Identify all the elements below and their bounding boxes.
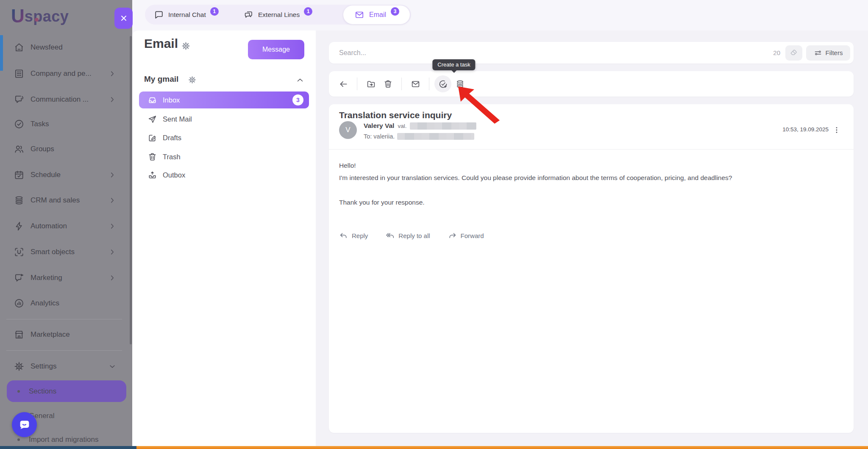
sidebar-item-communication[interactable]: Communication ... <box>0 89 132 110</box>
delete-button[interactable] <box>379 75 396 92</box>
tab-label: External Lines <box>258 11 300 19</box>
tab-email-active[interactable]: Email 3 <box>343 6 410 24</box>
tab-badge: 1 <box>304 7 312 16</box>
folder-label: Sent Mail <box>163 115 192 123</box>
collapse-chevron-up-icon[interactable] <box>296 76 304 84</box>
support-chat-fab[interactable] <box>12 412 37 437</box>
toolbar-divider <box>357 78 357 90</box>
back-button[interactable] <box>335 75 352 92</box>
folder-trash[interactable]: Trash <box>139 148 309 165</box>
message-menu-button[interactable] <box>832 124 842 136</box>
sidebar-item-company[interactable]: Company and pe... <box>0 64 132 84</box>
sidebar-item-label: Analytics <box>31 299 59 308</box>
tab-external-lines[interactable]: External Lines 1 <box>244 5 312 25</box>
logo-initial: U <box>11 8 25 25</box>
folder-inbox-active[interactable]: Inbox 3 <box>139 91 309 108</box>
folder-drafts[interactable]: Drafts <box>139 129 309 146</box>
sidebar-item-newsfeed[interactable]: Newsfeed <box>0 37 132 58</box>
add-to-crm-button[interactable] <box>451 75 468 92</box>
lightning-icon <box>14 221 25 232</box>
envelope-icon <box>354 10 364 20</box>
edge-strip-blue <box>0 446 136 449</box>
move-to-folder-button[interactable] <box>362 75 379 92</box>
email-settings-gear-icon[interactable] <box>181 41 191 51</box>
sidebar-item-label: Marketing <box>31 274 62 282</box>
create-task-button[interactable] <box>434 75 451 92</box>
body-paragraph: Thank you for your response. <box>339 196 842 208</box>
analytics-icon <box>14 298 25 309</box>
tab-internal-chat[interactable]: Internal Chat 1 <box>154 5 219 25</box>
clear-search-button[interactable] <box>785 45 802 61</box>
sidebar-item-tasks[interactable]: Tasks <box>0 114 132 134</box>
toolbar-divider <box>429 78 429 90</box>
forward-button[interactable]: Forward <box>448 231 484 240</box>
pencil-square-icon <box>147 133 157 143</box>
mailbox-settings-gear-icon[interactable] <box>188 75 197 84</box>
sidebar-item-settings[interactable]: Settings <box>0 356 132 377</box>
sidebar-item-marketplace[interactable]: Marketplace <box>0 324 132 345</box>
sidebar: U spacy Newsfeed Company and pe... Commu… <box>0 0 132 446</box>
message-body: Hello! I'm interested in your translatio… <box>339 159 842 208</box>
reply-button[interactable]: Reply <box>339 231 368 240</box>
close-icon <box>120 14 128 22</box>
folder-sent-mail[interactable]: Sent Mail <box>139 111 309 127</box>
sidebar-item-groups[interactable]: Groups <box>0 139 132 159</box>
check-circle-icon <box>14 119 25 130</box>
folder-label: Drafts <box>163 134 181 142</box>
sidebar-item-analytics[interactable]: Analytics <box>0 293 132 313</box>
sidebar-item-sections-active[interactable]: Sections <box>7 380 126 402</box>
folder-outbox[interactable]: Outbox <box>139 166 309 183</box>
sidebar-item-crm[interactable]: CRM and sales <box>0 190 132 211</box>
sidebar-item-label: Company and pe... <box>31 69 92 78</box>
sidebar-item-marketing[interactable]: Marketing <box>0 268 132 288</box>
mailbox-account-row: My gmail <box>144 75 304 86</box>
home-icon <box>14 42 25 53</box>
email-folder-panel: Email Message My gmail Inbox 3 Sent Mail… <box>132 30 316 446</box>
sidebar-item-label: Schedule <box>31 171 61 179</box>
trash-icon <box>383 79 393 89</box>
create-task-tooltip: Create a task <box>432 59 475 70</box>
tab-badge: 3 <box>391 7 399 16</box>
edge-strip-orange <box>136 446 868 449</box>
recipient-prefix: To: valeriia. <box>364 133 395 140</box>
inbox-icon <box>147 95 157 105</box>
folder-unread-badge: 3 <box>292 94 303 105</box>
tabs-group: Internal Chat 1 External Lines 1 Email 3 <box>145 5 411 25</box>
chevron-right-icon <box>108 96 116 103</box>
sender-email-prefix: val. <box>398 123 406 129</box>
sidebar-item-smart-objects[interactable]: Smart objects <box>0 242 132 262</box>
sidebar-item-label: Settings <box>31 362 56 371</box>
sidebar-item-label: Smart objects <box>31 248 75 256</box>
chevron-right-icon <box>108 171 116 179</box>
filters-button[interactable]: Filters <box>806 45 850 61</box>
forward-icon <box>448 231 457 240</box>
close-sidebar-button[interactable] <box>114 8 133 29</box>
chevron-right-icon <box>108 70 116 78</box>
mailbox-account-name: My gmail <box>144 75 178 83</box>
body-paragraph: Hello! I'm interested in your translatio… <box>339 159 842 184</box>
brackets-u-icon <box>14 247 25 258</box>
result-count: 20 <box>773 49 780 56</box>
filters-label: Filters <box>826 49 843 56</box>
logo-text: spacy <box>25 8 69 25</box>
new-message-button[interactable]: Message <box>248 40 304 59</box>
sidebar-item-label: Automation <box>31 222 67 230</box>
database-icon <box>14 195 25 206</box>
sidebar-item-label: Marketplace <box>31 330 70 339</box>
calendar-check-icon <box>14 169 25 180</box>
reply-all-button[interactable]: Reply to all <box>386 231 430 240</box>
sidebar-divider <box>6 350 122 351</box>
sidebar-item-automation[interactable]: Automation <box>0 216 132 236</box>
chat-phone-icon <box>14 94 25 105</box>
search-input[interactable] <box>329 49 773 57</box>
sender-name: Valery Val <box>364 122 394 130</box>
message-divider <box>329 149 854 150</box>
redacted-email <box>410 122 476 130</box>
tab-badge: 1 <box>210 7 219 16</box>
folder-label: Trash <box>163 153 181 161</box>
bullet-icon <box>17 390 20 393</box>
mark-unread-button[interactable] <box>407 75 424 92</box>
sidebar-item-label: Tasks <box>31 120 49 128</box>
building-icon <box>14 68 25 79</box>
sidebar-item-schedule[interactable]: Schedule <box>0 165 132 185</box>
